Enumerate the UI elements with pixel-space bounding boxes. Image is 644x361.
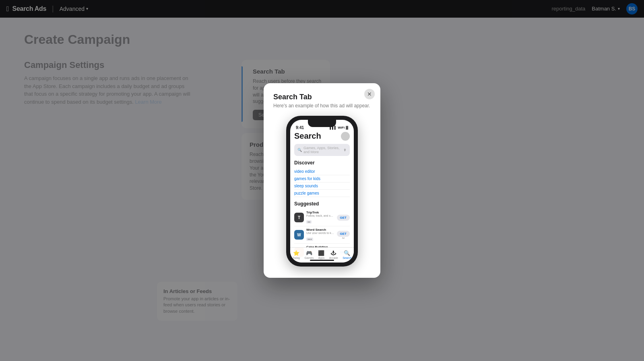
appstore-header: Search	[294, 131, 350, 141]
today-icon: ⭐	[293, 250, 299, 256]
app-get-button: GET	[337, 231, 350, 237]
tab-search[interactable]: 🔍 Search	[343, 250, 351, 259]
app-icon: W	[294, 230, 304, 240]
appstore-screen: Search 🔍 Games, Apps, Stories, and More …	[290, 131, 354, 261]
tab-today: ⭐ Today	[293, 250, 300, 259]
apps-icon: ⬛	[318, 250, 324, 256]
ad-label: Ad	[337, 237, 350, 239]
tab-label: Today	[293, 256, 300, 259]
app-name: Word Search	[306, 228, 334, 232]
tab-games: 🎮 Games	[305, 250, 314, 259]
wifi-icon: WiFi	[338, 126, 345, 129]
list-item: sleep sounds	[294, 183, 350, 190]
tab-arcade: 🕹 Arcade	[329, 250, 338, 259]
search-placeholder: Games, Apps, Stories, and More	[303, 146, 342, 154]
list-item: games for kids	[294, 175, 350, 183]
tab-apps: ⬛ Apps	[318, 250, 324, 259]
discover-label: Discover	[294, 160, 350, 166]
list-item: puzzle games	[294, 190, 350, 197]
mic-icon: 🎙	[343, 148, 347, 152]
list-item: W Word Search Use your words to kill... …	[294, 226, 350, 244]
phone-screen: 9:41 ▌▌▌ WiFi ▓ Search	[290, 120, 354, 263]
app-info: TripTrek Follow, track, and share... ●●	[306, 211, 334, 224]
discover-list: video editor games for kids sleep sounds…	[294, 168, 350, 197]
app-name: TripTrek	[306, 211, 334, 214]
tab-label: Games	[305, 256, 314, 259]
app-info: Word Search Use your words to kill... ●●…	[306, 228, 334, 242]
tab-label: Apps	[318, 256, 324, 259]
suggested-label: Suggested	[294, 201, 350, 207]
search-tab-icon: 🔍	[344, 250, 350, 256]
games-icon: 🎮	[306, 250, 312, 256]
phone-mockup: 9:41 ▌▌▌ WiFi ▓ Search	[286, 116, 358, 267]
battery-icon: ▓	[346, 126, 348, 129]
list-item: video editor	[294, 168, 350, 175]
app-desc: Follow, track, and share...	[306, 214, 334, 217]
modal-subtitle: Here's an example of how this ad will ap…	[273, 103, 371, 109]
phone-time: 9:41	[296, 125, 304, 130]
appstore-search-bar: 🔍 Games, Apps, Stories, and More 🎙	[294, 144, 350, 156]
appstore-user-avatar	[341, 132, 350, 141]
tab-label: Arcade	[329, 256, 338, 259]
search-tab-modal: ✕ Search Tab Here's an example of how th…	[264, 83, 380, 278]
modal-overlay[interactable]: ✕ Search Tab Here's an example of how th…	[0, 0, 644, 361]
search-icon: 🔍	[297, 148, 302, 152]
app-icon: T	[294, 213, 304, 222]
modal-title: Search Tab	[273, 93, 371, 101]
list-item: T TripTrek Follow, track, and share... ●…	[294, 209, 350, 226]
phone-notch	[308, 120, 336, 127]
tab-label: Search	[343, 256, 351, 259]
app-badge: ●●●	[306, 238, 313, 241]
arcade-icon: 🕹	[331, 250, 336, 256]
phone-mockup-wrapper: 9:41 ▌▌▌ WiFi ▓ Search	[273, 116, 371, 267]
app-badge: ●●	[306, 220, 312, 224]
phone-home-indicator	[310, 260, 334, 261]
close-button[interactable]: ✕	[364, 89, 375, 99]
appstore-title: Search	[294, 131, 321, 141]
close-icon: ✕	[367, 91, 372, 97]
app-desc: Use your words to kill...	[306, 232, 334, 234]
app-get-button: GET	[337, 215, 350, 221]
